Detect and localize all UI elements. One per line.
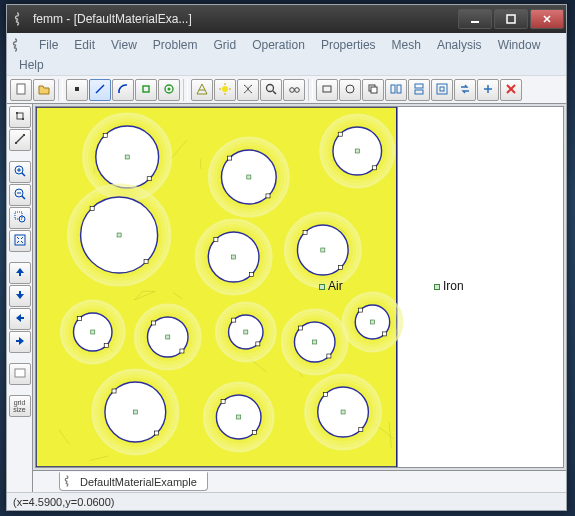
view-results-button[interactable] bbox=[283, 79, 305, 101]
svg-rect-18 bbox=[323, 86, 331, 92]
mesh-generate-button[interactable] bbox=[191, 79, 213, 101]
shrink-button[interactable] bbox=[431, 79, 453, 101]
document-tab[interactable]: DefaultMaterialExample bbox=[59, 472, 208, 491]
svg-rect-146 bbox=[112, 389, 116, 393]
menubar: File Edit View Problem Grid Operation Pr… bbox=[7, 33, 566, 76]
close-button[interactable] bbox=[530, 9, 564, 29]
svg-rect-46 bbox=[19, 272, 21, 276]
segment-icon bbox=[13, 132, 27, 148]
zoom-window-button[interactable] bbox=[9, 207, 31, 229]
svg-rect-0 bbox=[471, 21, 479, 23]
menu-properties[interactable]: Properties bbox=[313, 35, 384, 55]
svg-rect-48 bbox=[20, 317, 24, 319]
flip-v-button[interactable] bbox=[408, 79, 430, 101]
menu-operation[interactable]: Operation bbox=[244, 35, 313, 55]
svg-rect-23 bbox=[397, 85, 401, 93]
app-icon bbox=[13, 11, 29, 27]
window-title: femm - [DefaultMaterialExa...] bbox=[33, 12, 456, 26]
svg-rect-3 bbox=[75, 87, 79, 91]
svg-rect-100 bbox=[321, 248, 325, 252]
svg-rect-139 bbox=[383, 332, 387, 336]
application-window: femm - [DefaultMaterialExa...] File Edit… bbox=[6, 4, 567, 511]
window-controls bbox=[456, 9, 564, 29]
circle-green-icon bbox=[162, 82, 176, 98]
svg-rect-147 bbox=[155, 431, 159, 435]
menu-mesh[interactable]: Mesh bbox=[384, 35, 429, 55]
blank-icon bbox=[13, 366, 27, 382]
copy-button[interactable] bbox=[362, 79, 384, 101]
svg-rect-22 bbox=[391, 85, 395, 93]
svg-rect-132 bbox=[313, 340, 317, 344]
menu-analysis[interactable]: Analysis bbox=[429, 35, 490, 55]
svg-rect-27 bbox=[440, 87, 444, 91]
gridsize-icon: grid size bbox=[13, 399, 25, 413]
menu-grid[interactable]: Grid bbox=[206, 35, 245, 55]
svg-rect-98 bbox=[303, 231, 307, 235]
svg-rect-140 bbox=[370, 320, 374, 324]
block-label-tool-button[interactable] bbox=[135, 79, 157, 101]
svg-rect-32 bbox=[22, 118, 24, 120]
dot-icon bbox=[70, 82, 84, 98]
pan-right-button[interactable] bbox=[9, 331, 31, 353]
minimize-button[interactable] bbox=[458, 9, 492, 29]
toolbar-row bbox=[7, 76, 566, 104]
menu-file[interactable]: File bbox=[31, 35, 66, 55]
pan-left-button[interactable] bbox=[9, 308, 31, 330]
menu-window[interactable]: Window bbox=[490, 35, 549, 55]
file-icon bbox=[14, 82, 28, 98]
svg-rect-123 bbox=[256, 342, 260, 346]
pan-down-button[interactable] bbox=[9, 285, 31, 307]
open-file-button[interactable] bbox=[33, 79, 55, 101]
analyze-button[interactable] bbox=[260, 79, 282, 101]
tangle-icon bbox=[241, 82, 255, 98]
svg-point-6 bbox=[165, 85, 173, 93]
mesh-refine-button[interactable] bbox=[214, 79, 236, 101]
svg-rect-25 bbox=[415, 90, 423, 94]
block-marker-icon bbox=[319, 284, 325, 290]
magnify-icon bbox=[264, 82, 278, 98]
svg-rect-116 bbox=[166, 335, 170, 339]
node-mode-button[interactable] bbox=[9, 106, 31, 128]
svg-point-44 bbox=[19, 216, 25, 222]
segment-mode-button[interactable] bbox=[9, 129, 31, 151]
zoom-extents-button[interactable] bbox=[9, 230, 31, 252]
point-tool-button[interactable] bbox=[66, 79, 88, 101]
menu-edit[interactable]: Edit bbox=[66, 35, 103, 55]
svg-rect-2 bbox=[17, 84, 25, 94]
maximize-button[interactable] bbox=[494, 9, 528, 29]
zoom-in-button[interactable] bbox=[9, 161, 31, 183]
svg-rect-91 bbox=[249, 273, 253, 277]
arc-tool-button[interactable] bbox=[112, 79, 134, 101]
svg-point-36 bbox=[15, 166, 23, 174]
svg-rect-21 bbox=[371, 87, 377, 93]
scale-button[interactable] bbox=[477, 79, 499, 101]
new-file-button[interactable] bbox=[10, 79, 32, 101]
svg-rect-131 bbox=[327, 354, 331, 358]
svg-rect-164 bbox=[341, 410, 345, 414]
zoom-out-button[interactable] bbox=[9, 184, 31, 206]
svg-rect-60 bbox=[125, 155, 129, 159]
svg-rect-155 bbox=[252, 430, 256, 434]
menu-view[interactable]: View bbox=[103, 35, 145, 55]
svg-rect-106 bbox=[77, 317, 81, 321]
line-icon bbox=[93, 82, 107, 98]
svg-rect-76 bbox=[355, 149, 359, 153]
flip-h-button[interactable] bbox=[385, 79, 407, 101]
delete-button[interactable] bbox=[500, 79, 522, 101]
canvas[interactable]: Air Iron bbox=[35, 106, 564, 468]
svg-rect-107 bbox=[104, 343, 108, 347]
menu-problem[interactable]: Problem bbox=[145, 35, 206, 55]
circle-select-button[interactable] bbox=[339, 79, 361, 101]
blank-display-button[interactable] bbox=[9, 363, 31, 385]
line-tool-button[interactable] bbox=[89, 79, 111, 101]
svg-rect-74 bbox=[338, 132, 342, 136]
pan-up-button[interactable] bbox=[9, 262, 31, 284]
mesh-delete-button[interactable] bbox=[237, 79, 259, 101]
group-tool-button[interactable] bbox=[158, 79, 180, 101]
rect-select-button[interactable] bbox=[316, 79, 338, 101]
svg-rect-156 bbox=[237, 415, 241, 419]
grid-size-button[interactable]: grid size bbox=[9, 395, 31, 417]
svg-rect-34 bbox=[15, 142, 17, 144]
menu-help[interactable]: Help bbox=[11, 55, 51, 75]
swap-button[interactable] bbox=[454, 79, 476, 101]
